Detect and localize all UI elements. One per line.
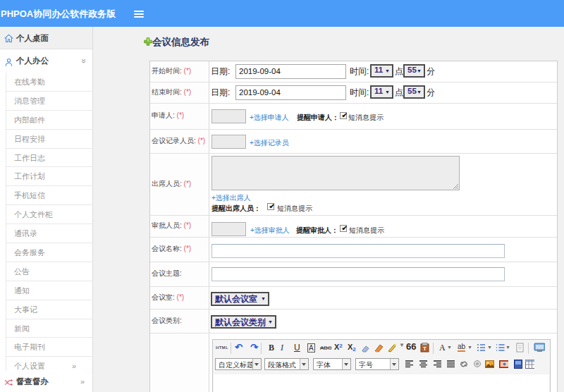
svg-text:T: T: [423, 345, 427, 352]
